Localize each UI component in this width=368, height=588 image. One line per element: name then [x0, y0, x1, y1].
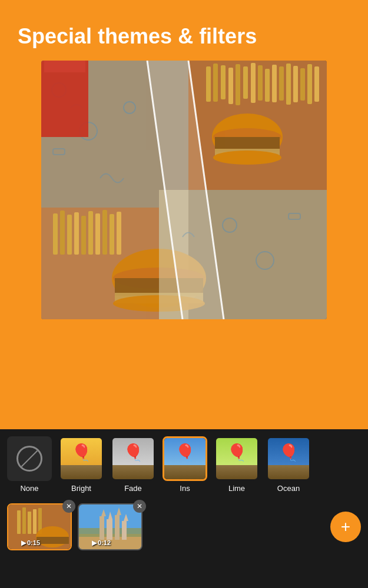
clip-1-close-button[interactable]: ✕ — [62, 500, 75, 513]
timeline-clip-1[interactable]: ▶0:15 — [7, 503, 72, 550]
filter-thumb-ocean[interactable]: 🎈 — [266, 436, 311, 481]
svg-rect-67 — [107, 519, 112, 540]
svg-rect-16 — [300, 68, 305, 101]
svg-rect-68 — [115, 515, 120, 540]
svg-rect-39 — [102, 210, 107, 255]
svg-rect-41 — [117, 212, 121, 255]
svg-rect-6 — [228, 68, 233, 104]
filter-label-bright: Bright — [71, 484, 91, 493]
svg-rect-11 — [265, 69, 270, 102]
filter-label-ins: Ins — [180, 484, 190, 493]
svg-rect-13 — [279, 66, 284, 101]
svg-rect-4 — [213, 64, 218, 102]
filter-thumb-bright[interactable]: 🎈 — [59, 436, 104, 481]
bottom-panel: None 🎈 Bright 🎈 Fade — [0, 429, 368, 588]
balloon-icon-lime: 🎈 — [227, 443, 247, 462]
svg-rect-34 — [67, 215, 72, 255]
balloon-icon-ins: 🎈 — [175, 443, 195, 462]
filter-item-none[interactable]: None — [6, 436, 53, 493]
filter-thumb-none[interactable] — [7, 436, 52, 481]
svg-rect-58 — [28, 512, 31, 534]
svg-rect-35 — [74, 212, 79, 255]
timeline-clip-1-wrapper: ▶0:15 ✕ — [7, 503, 72, 550]
ground-ins — [164, 465, 205, 480]
svg-rect-32 — [53, 213, 58, 255]
none-slash-icon — [21, 450, 38, 467]
filter-label-none: None — [20, 484, 38, 493]
add-clip-button[interactable]: + — [330, 512, 361, 542]
main-image-area — [41, 61, 327, 319]
filter-item-bright[interactable]: 🎈 Bright — [58, 436, 105, 493]
svg-rect-66 — [100, 516, 104, 540]
timeline-clip-2[interactable]: ▶0:12 — [78, 503, 142, 550]
svg-rect-7 — [236, 64, 240, 105]
filter-item-ins[interactable]: 🎈 Ins — [161, 436, 208, 493]
svg-rect-14 — [286, 64, 291, 105]
svg-rect-3 — [206, 66, 211, 102]
filter-item-ocean[interactable]: 🎈 Ocean — [265, 436, 312, 493]
balloon-fade: 🎈 — [112, 438, 154, 479]
food-image-svg — [41, 61, 327, 319]
timeline-clip-2-wrapper: ▶0:12 ✕ — [78, 503, 142, 550]
ground-bright — [61, 465, 102, 480]
filter-thumb-ins[interactable]: 🎈 — [163, 436, 207, 481]
svg-rect-59 — [33, 509, 37, 534]
none-circle — [16, 446, 42, 472]
filter-label-fade: Fade — [124, 484, 142, 493]
filter-thumb-fade[interactable]: 🎈 — [111, 436, 155, 481]
clip-2-close-button[interactable]: ✕ — [133, 500, 146, 513]
svg-rect-8 — [243, 66, 248, 99]
balloon-icon-ocean: 🎈 — [279, 443, 299, 462]
clip-1-duration: ▶0:15 — [21, 539, 40, 547]
ground-lime — [216, 465, 257, 480]
ground-fade — [112, 465, 154, 480]
svg-rect-17 — [307, 64, 312, 104]
balloon-lime: 🎈 — [216, 438, 257, 479]
preview-image — [41, 61, 327, 319]
svg-rect-33 — [60, 211, 65, 255]
filter-label-lime: Lime — [228, 484, 245, 493]
svg-point-23 — [213, 151, 281, 165]
balloon-icon-fade: 🎈 — [123, 443, 144, 462]
ground-ocean — [268, 465, 309, 480]
svg-rect-12 — [272, 65, 277, 102]
page-title: Special themes & filters — [18, 24, 350, 49]
svg-rect-57 — [22, 507, 26, 534]
svg-rect-5 — [221, 65, 226, 99]
svg-rect-9 — [251, 63, 256, 103]
filter-strip: None 🎈 Bright 🎈 Fade — [0, 429, 368, 497]
clip-1-inner: ▶0:15 — [8, 505, 71, 549]
svg-rect-36 — [81, 216, 86, 255]
svg-rect-18 — [314, 66, 319, 102]
svg-rect-38 — [95, 213, 100, 255]
svg-rect-15 — [293, 66, 298, 102]
filter-item-fade[interactable]: 🎈 Fade — [110, 436, 157, 493]
svg-rect-40 — [110, 214, 114, 255]
balloon-bright: 🎈 — [61, 438, 102, 479]
balloon-icon-bright: 🎈 — [71, 443, 92, 462]
clip-2-duration: ▶0:12 — [92, 539, 111, 547]
filter-thumb-lime[interactable]: 🎈 — [214, 436, 259, 481]
svg-rect-10 — [258, 65, 263, 101]
svg-rect-37 — [88, 211, 93, 255]
header: Special themes & filters — [0, 0, 368, 61]
balloon-ins: 🎈 — [164, 438, 205, 479]
timeline-strip: ▶0:15 ✕ — [0, 497, 368, 556]
svg-rect-56 — [17, 510, 21, 534]
clip-2-inner: ▶0:12 — [79, 505, 141, 549]
filter-label-ocean: Ocean — [277, 484, 300, 493]
svg-rect-62 — [37, 537, 69, 544]
balloon-ocean: 🎈 — [268, 438, 309, 479]
svg-rect-30 — [44, 61, 85, 72]
filter-item-lime[interactable]: 🎈 Lime — [213, 436, 260, 493]
svg-rect-69 — [122, 521, 127, 540]
